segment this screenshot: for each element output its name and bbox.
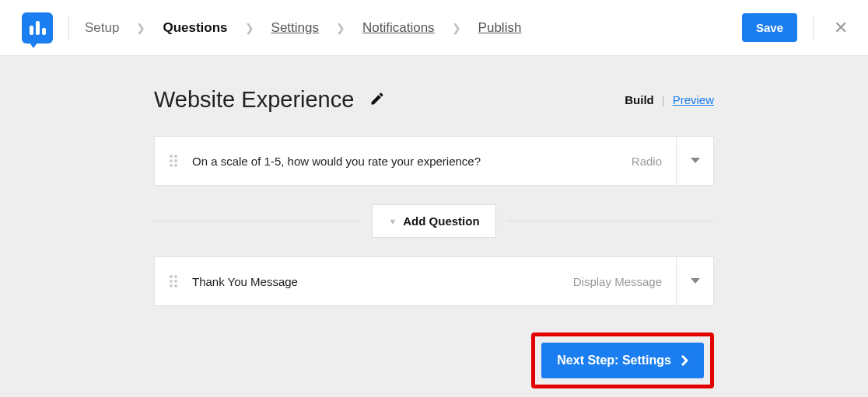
view-toggle: Build | Preview	[625, 93, 714, 106]
svg-point-9	[174, 280, 177, 283]
tab-preview[interactable]: Preview	[673, 93, 714, 106]
main-area: Website Experience Build | Preview On a …	[0, 56, 868, 388]
breadcrumb-settings[interactable]: Settings	[271, 20, 319, 36]
next-step-label: Next Step: Settings	[557, 353, 671, 367]
close-icon[interactable]: ✕	[829, 13, 852, 43]
svg-point-4	[170, 164, 173, 167]
app-logo[interactable]	[22, 12, 53, 44]
panel: Website Experience Build | Preview On a …	[154, 87, 714, 388]
question-card[interactable]: On a scale of 1-5, how would you rate yo…	[154, 136, 714, 186]
thankyou-card[interactable]: Thank You Message Display Message	[154, 256, 714, 306]
chevron-right-icon: ❯	[452, 22, 461, 34]
caret-down-icon	[691, 158, 700, 164]
divider	[813, 15, 814, 41]
next-step-button[interactable]: Next Step: Settings	[541, 343, 704, 378]
divider: |	[662, 93, 665, 106]
svg-point-6	[170, 275, 173, 278]
next-step-wrap: Next Step: Settings	[154, 333, 714, 388]
divider	[68, 15, 69, 41]
svg-point-2	[170, 159, 173, 162]
add-question-label: Add Question	[403, 214, 479, 228]
breadcrumb-publish[interactable]: Publish	[478, 20, 522, 36]
save-button[interactable]: Save	[742, 13, 797, 42]
chevron-right-icon	[681, 355, 688, 366]
expand-toggle[interactable]	[676, 257, 713, 305]
divider	[154, 221, 361, 221]
thankyou-type: Display Message	[573, 275, 676, 288]
svg-point-3	[174, 159, 177, 162]
chevron-right-icon: ❯	[336, 22, 345, 34]
bar-chart-icon	[30, 21, 46, 35]
svg-point-5	[174, 164, 177, 167]
add-question-button[interactable]: ▼ Add Question	[372, 204, 495, 238]
drag-handle-icon[interactable]	[155, 274, 192, 288]
caret-down-icon: ▼	[388, 217, 397, 226]
drag-handle-icon[interactable]	[155, 154, 192, 168]
svg-point-8	[170, 280, 173, 283]
question-type: Radio	[632, 155, 676, 168]
breadcrumb: Setup ❯ Questions ❯ Settings ❯ Notificat…	[85, 20, 742, 36]
svg-point-11	[174, 284, 177, 287]
breadcrumb-notifications[interactable]: Notifications	[362, 20, 435, 36]
breadcrumb-questions[interactable]: Questions	[163, 20, 227, 36]
title-row: Website Experience Build | Preview	[154, 87, 714, 113]
svg-point-1	[174, 155, 177, 158]
page-title: Website Experience	[154, 87, 354, 113]
svg-point-7	[174, 275, 177, 278]
tab-build[interactable]: Build	[625, 93, 654, 106]
svg-point-0	[170, 155, 173, 158]
pencil-icon[interactable]	[369, 91, 385, 110]
divider	[507, 221, 714, 221]
question-text: On a scale of 1-5, how would you rate yo…	[192, 155, 632, 168]
top-bar: Setup ❯ Questions ❯ Settings ❯ Notificat…	[0, 0, 868, 56]
chevron-right-icon: ❯	[136, 22, 145, 34]
thankyou-text: Thank You Message	[192, 275, 573, 288]
highlight-box: Next Step: Settings	[531, 333, 714, 388]
svg-point-10	[170, 284, 173, 287]
expand-toggle[interactable]	[676, 137, 713, 185]
chevron-right-icon: ❯	[245, 22, 254, 34]
breadcrumb-setup[interactable]: Setup	[85, 20, 119, 36]
add-question-row: ▼ Add Question	[154, 204, 714, 238]
caret-down-icon	[691, 278, 700, 284]
